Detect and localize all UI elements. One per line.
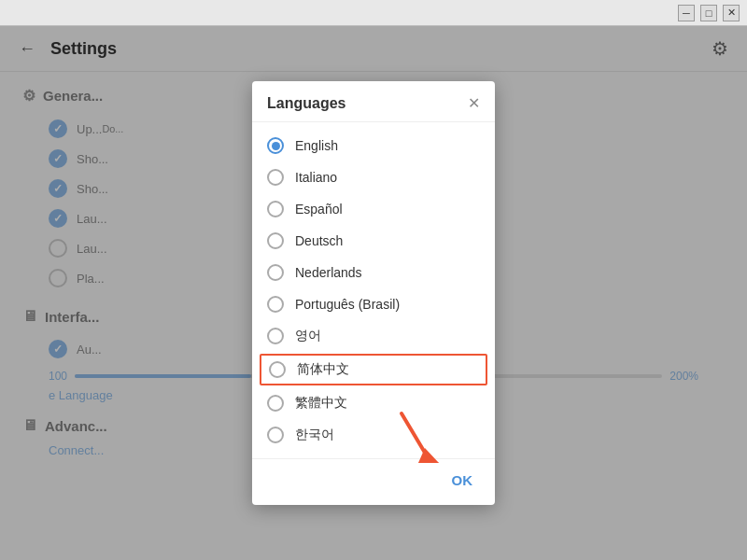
radio-nederlands	[267, 264, 284, 281]
modal-overlay: Languages ✕ English Italiano Español Deu…	[0, 26, 747, 560]
lang-item-hangul[interactable]: 한국어	[252, 419, 495, 451]
lang-label-simplified-chinese: 简体中文	[297, 361, 349, 378]
red-arrow-icon	[392, 409, 448, 469]
lang-label-hangul: 한국어	[295, 427, 334, 443]
modal-title: Languages	[267, 95, 345, 112]
lang-item-nederlands[interactable]: Nederlands	[252, 257, 495, 288]
radio-simplified-chinese	[269, 361, 286, 378]
radio-deutsch	[267, 232, 284, 249]
modal-close-button[interactable]: ✕	[468, 94, 480, 112]
radio-traditional-chinese	[267, 395, 284, 412]
minimize-button[interactable]: ─	[678, 5, 695, 21]
languages-dialog: Languages ✕ English Italiano Español Deu…	[252, 81, 495, 505]
maximize-button[interactable]: □	[700, 5, 717, 21]
close-window-button[interactable]: ✕	[723, 5, 740, 21]
lang-item-deutsch[interactable]: Deutsch	[252, 225, 495, 257]
lang-item-simplified-chinese[interactable]: 简体中文	[260, 354, 487, 385]
lang-label-traditional-chinese: 繁體中文	[295, 395, 347, 412]
lang-item-korean[interactable]: 영어	[252, 320, 495, 352]
radio-portuguese	[267, 296, 284, 313]
language-list: English Italiano Español Deutsch Nederla…	[252, 122, 495, 458]
lang-item-espanol[interactable]: Español	[252, 193, 495, 225]
lang-label-deutsch: Deutsch	[295, 233, 343, 248]
modal-header: Languages ✕	[252, 81, 495, 122]
lang-label-nederlands: Nederlands	[295, 265, 362, 280]
radio-korean	[267, 328, 284, 344]
radio-italiano	[267, 169, 284, 186]
lang-item-traditional-chinese[interactable]: 繁體中文	[252, 387, 495, 419]
radio-english	[267, 137, 284, 154]
radio-espanol	[267, 201, 284, 217]
lang-item-english[interactable]: English	[252, 130, 495, 161]
titlebar: ─ □ ✕	[0, 0, 747, 26]
modal-footer: OK	[252, 458, 495, 505]
lang-label-korean: 영어	[295, 328, 321, 344]
lang-label-portuguese: Português (Brasil)	[295, 297, 400, 312]
lang-label-english: English	[295, 138, 338, 153]
lang-item-portuguese[interactable]: Português (Brasil)	[252, 288, 495, 320]
lang-label-italiano: Italiano	[295, 170, 337, 185]
ok-button[interactable]: OK	[444, 469, 481, 492]
lang-item-italiano[interactable]: Italiano	[252, 161, 495, 193]
radio-hangul	[267, 427, 284, 443]
lang-label-espanol: Español	[295, 202, 343, 217]
